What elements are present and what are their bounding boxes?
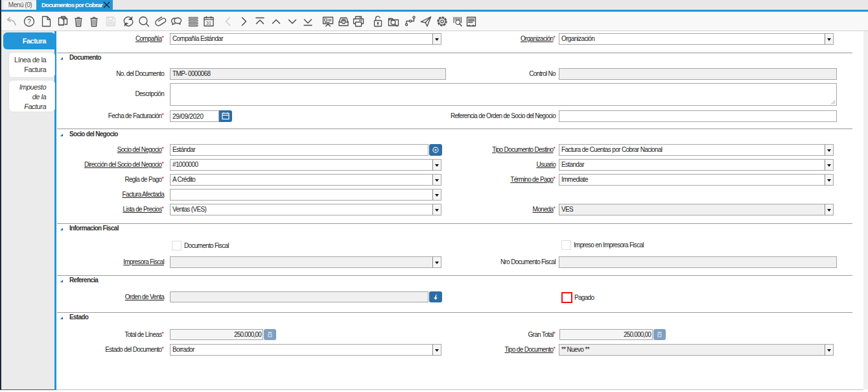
svg-text:?: ? (27, 18, 31, 25)
svg-text:31: 31 (206, 21, 211, 25)
